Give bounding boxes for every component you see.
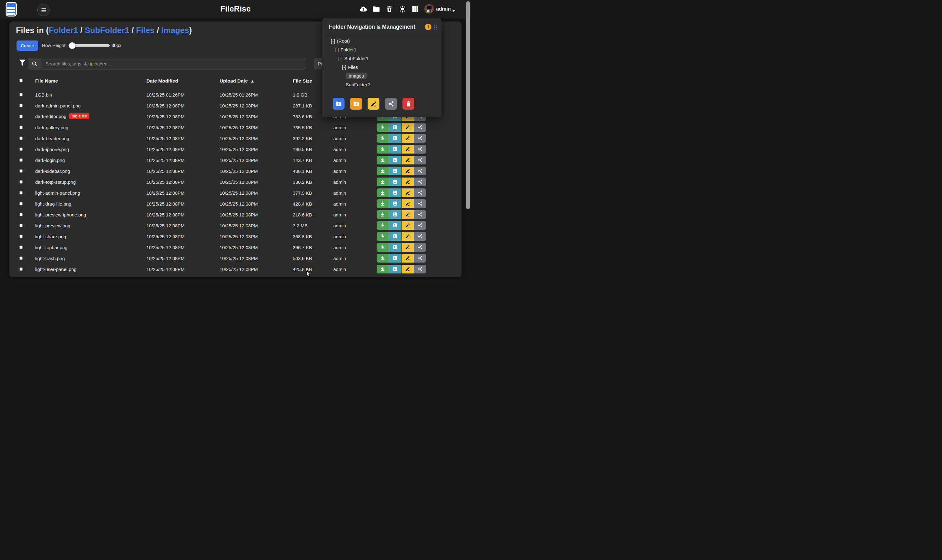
preview-image-button[interactable] bbox=[389, 134, 401, 143]
share-folder-button[interactable] bbox=[385, 98, 397, 110]
edit-button[interactable] bbox=[402, 254, 414, 263]
file-name-cell[interactable]: light-preview.png bbox=[35, 223, 71, 228]
move-folder-button[interactable] bbox=[350, 98, 362, 110]
file-name-cell[interactable]: dark-editor.pngtag a file bbox=[35, 113, 89, 120]
tree-label[interactable]: SubFolder1 bbox=[344, 56, 368, 61]
edit-button[interactable] bbox=[402, 134, 414, 143]
row-checkbox[interactable] bbox=[19, 180, 23, 184]
filerise-logo-icon[interactable] bbox=[6, 2, 17, 17]
download-button[interactable] bbox=[377, 243, 389, 252]
col-upload-date[interactable]: Upload Date ▲ bbox=[220, 78, 254, 84]
edit-button[interactable] bbox=[402, 221, 414, 230]
col-file-name[interactable]: File Name bbox=[35, 78, 58, 84]
download-button[interactable] bbox=[377, 221, 389, 230]
upload-cloud-icon[interactable] bbox=[360, 5, 367, 13]
share-button[interactable] bbox=[414, 134, 426, 143]
file-name-cell[interactable]: light-topbar.png bbox=[35, 245, 67, 250]
row-checkbox[interactable] bbox=[19, 245, 23, 249]
folder-tree-item[interactable]: [-]SubFolder1 bbox=[322, 54, 441, 63]
preview-image-button[interactable] bbox=[389, 188, 401, 197]
share-button[interactable] bbox=[414, 265, 426, 274]
folder-tree-item[interactable]: [-]Files bbox=[322, 63, 441, 71]
share-button[interactable] bbox=[414, 221, 426, 230]
preview-image-button[interactable] bbox=[389, 221, 401, 230]
file-name-cell[interactable]: light-trash.png bbox=[35, 255, 65, 261]
preview-image-button[interactable] bbox=[389, 232, 401, 241]
download-button[interactable] bbox=[377, 177, 389, 186]
row-height-slider[interactable] bbox=[69, 44, 110, 47]
theme-brightness-icon[interactable] bbox=[399, 5, 406, 13]
row-checkbox[interactable] bbox=[19, 136, 23, 140]
delete-folder-button[interactable] bbox=[402, 98, 414, 110]
preview-image-button[interactable] bbox=[389, 243, 401, 252]
row-checkbox[interactable] bbox=[19, 191, 23, 195]
tree-label[interactable]: (Root) bbox=[337, 38, 350, 44]
preview-image-button[interactable] bbox=[389, 123, 401, 132]
file-name-cell[interactable]: light-preview-iphone.png bbox=[35, 212, 86, 217]
user-avatar[interactable] bbox=[424, 4, 434, 14]
rename-folder-button[interactable] bbox=[368, 98, 379, 110]
download-button[interactable] bbox=[377, 210, 389, 219]
username-label[interactable]: admin bbox=[436, 6, 451, 12]
tree-toggle[interactable]: [-] bbox=[342, 65, 346, 70]
breadcrumb-link[interactable]: SubFolder1 bbox=[85, 26, 129, 35]
share-button[interactable] bbox=[414, 156, 426, 165]
folder-tree-item[interactable]: Images bbox=[322, 71, 441, 80]
hamburger-menu-button[interactable] bbox=[37, 4, 49, 16]
download-button[interactable] bbox=[377, 265, 389, 274]
trash-restore-icon[interactable] bbox=[386, 5, 393, 13]
file-name-cell[interactable]: dark-sidebar.png bbox=[35, 168, 70, 174]
row-checkbox[interactable] bbox=[19, 114, 23, 118]
row-checkbox[interactable] bbox=[19, 256, 23, 260]
folder-icon[interactable] bbox=[372, 5, 380, 13]
download-button[interactable] bbox=[377, 188, 389, 197]
share-button[interactable] bbox=[414, 232, 426, 241]
tree-label[interactable]: Folder1 bbox=[340, 47, 356, 52]
row-checkbox[interactable] bbox=[19, 223, 23, 228]
file-name-cell[interactable]: dark-totp-setup.png bbox=[35, 179, 76, 185]
filter-funnel-icon[interactable] bbox=[19, 59, 26, 67]
file-name-cell[interactable]: 1GB.bin bbox=[35, 92, 52, 97]
share-button[interactable] bbox=[414, 254, 426, 263]
col-date-modified[interactable]: Date Modified bbox=[146, 78, 178, 84]
file-name-cell[interactable]: dark-admin-panel.png bbox=[35, 103, 81, 108]
edit-button[interactable] bbox=[402, 188, 414, 197]
share-button[interactable] bbox=[414, 210, 426, 219]
create-folder-button[interactable] bbox=[333, 98, 345, 110]
download-button[interactable] bbox=[377, 134, 389, 143]
file-name-cell[interactable]: dark-iphone.png bbox=[35, 146, 69, 152]
file-name-cell[interactable]: dark-login.png bbox=[35, 157, 65, 163]
slider-thumb[interactable] bbox=[69, 42, 75, 49]
row-checkbox[interactable] bbox=[19, 147, 23, 151]
preview-image-button[interactable] bbox=[389, 145, 401, 154]
grid-view-icon[interactable] bbox=[411, 5, 419, 13]
share-button[interactable] bbox=[414, 145, 426, 154]
share-button[interactable] bbox=[414, 188, 426, 197]
edit-button[interactable] bbox=[402, 177, 414, 186]
edit-button[interactable] bbox=[402, 243, 414, 252]
file-name-cell[interactable]: light-user-panel.png bbox=[35, 266, 77, 272]
row-checkbox[interactable] bbox=[19, 158, 23, 162]
row-checkbox[interactable] bbox=[19, 125, 23, 129]
preview-image-button[interactable] bbox=[389, 156, 401, 165]
folder-tree-item[interactable]: [-](Root) bbox=[322, 37, 441, 45]
download-button[interactable] bbox=[377, 199, 389, 208]
row-checkbox[interactable] bbox=[19, 169, 23, 173]
drag-handle-icon[interactable] bbox=[434, 25, 437, 29]
preview-image-button[interactable] bbox=[389, 177, 401, 186]
edit-button[interactable] bbox=[402, 210, 414, 219]
download-button[interactable] bbox=[377, 167, 389, 175]
tree-label[interactable]: Files bbox=[348, 65, 358, 70]
download-button[interactable] bbox=[377, 232, 389, 241]
share-button[interactable] bbox=[414, 243, 426, 252]
search-input[interactable] bbox=[41, 58, 305, 69]
edit-button[interactable] bbox=[402, 123, 414, 132]
tag-badge[interactable]: tag a file bbox=[69, 113, 89, 119]
file-name-cell[interactable]: light-share.png bbox=[35, 234, 66, 239]
preview-image-button[interactable] bbox=[389, 210, 401, 219]
edit-button[interactable] bbox=[402, 232, 414, 241]
row-checkbox[interactable] bbox=[19, 212, 23, 217]
download-button[interactable] bbox=[377, 254, 389, 263]
select-all-checkbox[interactable] bbox=[19, 78, 23, 83]
edit-button[interactable] bbox=[402, 167, 414, 175]
